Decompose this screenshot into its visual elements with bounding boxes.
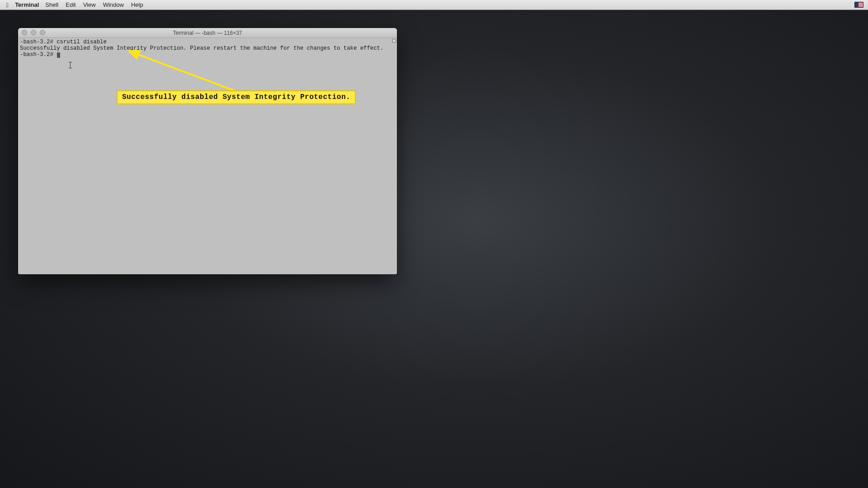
menu-window[interactable]: Window [103,1,124,8]
zoom-button[interactable] [40,30,45,35]
command-text: csrutil disable [57,39,107,45]
menubar:  Terminal Shell Edit View Window Help [0,0,868,10]
window-titlebar[interactable]: Terminal — -bash — 116×37 [18,28,397,38]
apple-menu-icon[interactable]:  [6,1,9,9]
close-button[interactable] [22,30,27,35]
cursor-block-icon [57,52,60,58]
input-source-flag-icon[interactable] [854,2,863,8]
app-menu[interactable]: Terminal [15,1,39,8]
menu-shell[interactable]: Shell [45,1,58,8]
scroll-indicator[interactable] [392,39,396,42]
menu-edit[interactable]: Edit [66,1,75,8]
terminal-viewport[interactable]: -bash-3.2# csrutil disable Successfully … [18,38,397,274]
prompt: -bash-3.2# [20,52,53,58]
prompt: -bash-3.2# [20,39,53,45]
window-title: Terminal — -bash — 116×37 [173,30,242,36]
text-caret-icon [70,62,71,68]
output-line: Successfully disabled System Integrity P… [20,45,383,52]
window-controls [22,30,45,35]
terminal-window[interactable]: Terminal — -bash — 116×37 -bash-3.2# csr… [18,28,397,274]
terminal-output[interactable]: -bash-3.2# csrutil disable Successfully … [20,39,391,58]
menu-view[interactable]: View [83,1,96,8]
menu-help[interactable]: Help [131,1,143,8]
minimize-button[interactable] [31,30,36,35]
